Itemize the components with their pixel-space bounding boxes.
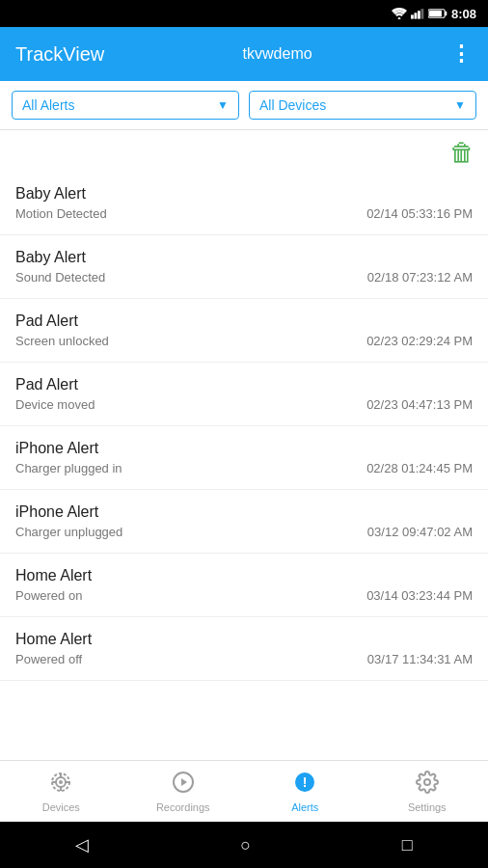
android-nav-bar: ◁ ○ □ — [0, 822, 488, 868]
alert-title: Pad Alert — [15, 312, 473, 330]
menu-button[interactable]: ⋮ — [450, 41, 473, 67]
alert-item[interactable]: Baby Alert Motion Detected 02/14 05:33:1… — [0, 172, 488, 235]
svg-rect-1 — [411, 14, 414, 18]
devices-filter-dropdown[interactable]: All Devices ▼ — [249, 91, 476, 120]
filter-bar: All Alerts ▼ All Devices ▼ — [0, 81, 488, 130]
svg-rect-2 — [414, 13, 417, 18]
alert-time: 02/23 04:47:13 PM — [366, 397, 473, 412]
devices-nav-icon — [49, 771, 72, 798]
alert-time: 02/28 01:24:45 PM — [366, 461, 473, 475]
toolbar: 🗑 — [0, 130, 488, 172]
user-name: tkvwdemo — [243, 45, 312, 63]
wifi-icon — [392, 8, 407, 19]
alert-item[interactable]: iPhone Alert Charger unplugged 03/12 09:… — [0, 490, 488, 554]
alert-subtitle-row: Screen unlocked 02/23 02:29:24 PM — [15, 334, 473, 348]
devices-filter-arrow-icon: ▼ — [454, 98, 466, 112]
back-button[interactable]: ◁ — [75, 834, 89, 855]
alert-list: Baby Alert Motion Detected 02/14 05:33:1… — [0, 172, 488, 760]
alert-time: 03/17 11:34:31 AM — [367, 652, 473, 666]
alert-subtitle: Device moved — [15, 397, 95, 412]
alerts-filter-dropdown[interactable]: All Alerts ▼ — [12, 91, 239, 120]
alert-subtitle: Charger plugged in — [15, 461, 122, 475]
alert-item[interactable]: iPhone Alert Charger plugged in 02/28 01… — [0, 426, 488, 490]
svg-rect-6 — [429, 11, 442, 16]
alert-item[interactable]: Pad Alert Device moved 02/23 04:47:13 PM — [0, 363, 488, 426]
alert-title: Home Alert — [15, 567, 473, 584]
svg-point-19 — [424, 779, 430, 785]
status-bar: 8:08 — [0, 0, 488, 27]
alerts-filter-arrow-icon: ▼ — [217, 98, 229, 112]
recents-button[interactable]: □ — [402, 835, 413, 855]
svg-rect-7 — [445, 12, 447, 15]
app-header: TrackView tkvwdemo ⋮ — [0, 27, 488, 81]
alert-subtitle-row: Charger unplugged 03/12 09:47:02 AM — [15, 525, 473, 539]
alert-subtitle-row: Device moved 02/23 04:47:13 PM — [15, 397, 473, 412]
battery-icon — [428, 8, 447, 19]
signal-icon — [411, 8, 424, 19]
alert-subtitle: Screen unlocked — [15, 334, 109, 348]
nav-item-recordings[interactable]: Recordings — [122, 763, 245, 821]
home-button[interactable]: ○ — [240, 835, 251, 855]
svg-point-10 — [60, 781, 62, 783]
alerts-nav-icon: ! — [293, 771, 316, 798]
alert-title: Pad Alert — [15, 376, 473, 393]
alerts-nav-label: Alerts — [291, 801, 318, 813]
alert-time: 03/14 03:23:44 PM — [366, 588, 473, 603]
alert-subtitle-row: Charger plugged in 02/28 01:24:45 PM — [15, 461, 473, 475]
alert-subtitle: Charger unplugged — [15, 525, 122, 539]
devices-nav-label: Devices — [42, 801, 80, 813]
status-time: 8:08 — [451, 7, 476, 21]
alert-title: iPhone Alert — [15, 503, 473, 521]
recordings-nav-icon — [172, 771, 195, 798]
nav-item-settings[interactable]: Settings — [366, 763, 489, 821]
alert-title: Home Alert — [15, 631, 473, 648]
alert-item[interactable]: Baby Alert Sound Detected 02/18 07:23:12… — [0, 235, 488, 299]
alert-subtitle: Powered off — [15, 652, 82, 666]
delete-button[interactable]: 🗑 — [449, 138, 474, 168]
alerts-filter-label: All Alerts — [22, 97, 74, 113]
alert-subtitle: Powered on — [15, 588, 82, 603]
alert-subtitle-row: Motion Detected 02/14 05:33:16 PM — [15, 206, 473, 221]
alert-subtitle-row: Sound Detected 02/18 07:23:12 AM — [15, 270, 473, 285]
alert-item[interactable]: Pad Alert Screen unlocked 02/23 02:29:24… — [0, 299, 488, 363]
alert-title: Baby Alert — [15, 249, 473, 266]
settings-nav-label: Settings — [408, 801, 447, 813]
app-title: TrackView — [15, 43, 104, 66]
alert-subtitle: Sound Detected — [15, 270, 105, 285]
alert-time: 03/12 09:47:02 AM — [367, 525, 473, 539]
svg-text:!: ! — [303, 774, 308, 790]
status-icons: 8:08 — [392, 7, 476, 21]
alert-item[interactable]: Home Alert Powered off 03/17 11:34:31 AM — [0, 617, 488, 681]
alert-item[interactable]: Home Alert Powered on 03/14 03:23:44 PM — [0, 554, 488, 617]
settings-nav-icon — [416, 771, 439, 798]
alert-subtitle-row: Powered on 03/14 03:23:44 PM — [15, 588, 473, 603]
svg-point-0 — [398, 17, 401, 19]
nav-item-alerts[interactable]: ! Alerts — [244, 763, 366, 821]
alert-time: 02/23 02:29:24 PM — [366, 334, 473, 348]
nav-item-devices[interactable]: Devices — [0, 763, 122, 821]
devices-filter-label: All Devices — [259, 97, 326, 113]
alert-time: 02/14 05:33:16 PM — [366, 206, 473, 221]
recordings-nav-label: Recordings — [156, 801, 210, 813]
alert-subtitle: Motion Detected — [15, 206, 107, 221]
alert-title: Baby Alert — [15, 185, 473, 203]
svg-marker-16 — [181, 778, 187, 786]
alert-title: iPhone Alert — [15, 440, 473, 457]
alert-subtitle-row: Powered off 03/17 11:34:31 AM — [15, 652, 473, 666]
svg-rect-3 — [418, 11, 420, 18]
svg-rect-4 — [420, 9, 423, 19]
bottom-navigation: Devices Recordings ! Alerts Settings — [0, 760, 488, 822]
alert-time: 02/18 07:23:12 AM — [367, 270, 473, 285]
